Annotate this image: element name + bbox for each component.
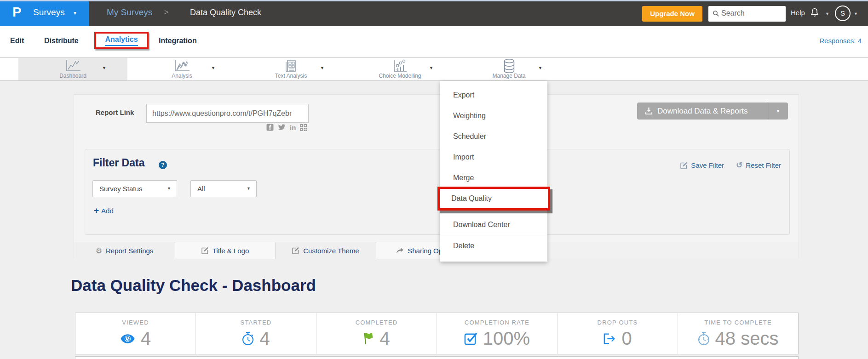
add-filter-button[interactable]: + Add [94, 205, 114, 216]
stat-drop-outs: DROP OUTS 0 [558, 313, 678, 354]
notifications-bell-icon[interactable] [810, 6, 820, 20]
toolbar-item-label: Manage Data [454, 73, 563, 79]
tab-edit[interactable]: Edit [10, 26, 24, 57]
filter-value-value: All [197, 185, 205, 193]
filter-data-title: Filter Data [93, 157, 144, 169]
customize-theme-label: Customize Theme [303, 247, 359, 255]
edit-icon [680, 162, 688, 169]
toolbar-item-text-analysis[interactable]: ▼ Text Analysis [236, 58, 345, 80]
menu-item-download-center[interactable]: Download Center [440, 214, 547, 235]
help-link[interactable]: Help [791, 9, 805, 17]
filter-field-value: Survey Status [99, 185, 142, 193]
drop-out-icon [603, 333, 616, 345]
search-box[interactable] [708, 6, 786, 22]
title-logo-button[interactable]: Title & Logo [175, 242, 276, 259]
top-accent-strip [0, 0, 868, 1]
report-settings-button[interactable]: ⚙ Report Settings [74, 242, 175, 259]
help-circle-icon[interactable]: ? [159, 161, 167, 169]
report-link-label: Report Link [96, 108, 134, 116]
toolbar-item-label: Choice Modelling [345, 73, 454, 79]
edit-icon [292, 247, 299, 254]
chevron-down-icon[interactable]: ▼ [73, 11, 77, 16]
chevron-down-icon[interactable]: ▼ [825, 11, 829, 16]
toolbar-item-manage-data[interactable]: ▼ Manage Data [454, 58, 563, 80]
stat-value: 0 [621, 328, 632, 349]
toolbar-item-label: Text Analysis [236, 73, 345, 79]
scatter-chart-icon [392, 59, 408, 73]
customize-theme-button[interactable]: Customize Theme [276, 242, 376, 259]
area-chart-icon [174, 59, 190, 72]
stopwatch-icon [242, 331, 254, 346]
logo-box[interactable]: P Surveys ▼ [0, 0, 89, 26]
chevron-down-icon[interactable]: ▼ [429, 66, 433, 70]
twitter-icon[interactable] [278, 124, 286, 131]
product-switcher[interactable]: Surveys [33, 7, 65, 17]
plus-icon: + [94, 205, 99, 216]
save-filter-label: Save Filter [691, 161, 724, 169]
stat-value: 4 [379, 328, 390, 349]
stat-completion-rate: COMPLETION RATE 100% [437, 313, 558, 354]
report-action-bar: ⚙ Report Settings Title & Logo Customize… [74, 242, 799, 259]
chevron-down-icon[interactable]: ▼ [538, 66, 542, 70]
report-link-input[interactable] [146, 104, 309, 123]
stat-label: VIEWED [75, 319, 195, 326]
stat-time-to-complete: TIME TO COMPLETE 48 secs [678, 313, 798, 354]
menu-item-delete[interactable]: Delete [440, 235, 547, 256]
download-button-label: Download Data & Reports [657, 103, 748, 120]
analytics-toolbar: ▼ Dashboard ▼ Analysis ▼ Text Analysis [0, 57, 868, 81]
survey-tab-bar: Edit Distribute Analytics Integration Re… [0, 26, 868, 57]
menu-item-weighting[interactable]: Weighting [440, 105, 547, 126]
facebook-icon[interactable] [266, 124, 274, 131]
next-panel-edge [75, 356, 799, 359]
toolbar-item-dashboard[interactable]: ▼ Dashboard [18, 58, 127, 80]
stat-label: COMPLETION RATE [437, 319, 557, 326]
search-input[interactable] [721, 6, 782, 20]
manage-data-menu: Export Weighting Scheduler Import Merge … [440, 81, 547, 262]
stat-label: STARTED [196, 319, 316, 326]
download-options-caret[interactable]: ▼ [768, 103, 788, 120]
toolbar-item-analysis[interactable]: ▼ Analysis [127, 58, 236, 80]
stat-value: 100% [483, 328, 530, 349]
menu-item-merge[interactable]: Merge [440, 167, 547, 188]
stat-completed: COMPLETED 4 [316, 313, 437, 354]
page-title: Data Quality Check - Dashboard [71, 276, 316, 295]
flag-icon [363, 332, 374, 345]
breadcrumb-my-surveys[interactable]: My Surveys [107, 7, 152, 17]
analytics-highlight-box: Analytics [94, 32, 149, 49]
timer-icon [698, 331, 710, 346]
report-panel: Report Link in Download Data & Reports [74, 94, 799, 258]
chevron-down-icon[interactable]: ▼ [211, 66, 215, 70]
filter-field-dropdown[interactable]: Survey Status ▼ [92, 180, 177, 197]
checkbox-icon [464, 332, 477, 345]
menu-item-scheduler[interactable]: Scheduler [440, 126, 547, 147]
add-label: Add [101, 207, 114, 215]
filter-value-dropdown[interactable]: All ▼ [190, 180, 257, 197]
tab-analytics[interactable]: Analytics [105, 35, 138, 46]
chevron-down-icon[interactable]: ▼ [320, 66, 324, 70]
menu-item-import[interactable]: Import [440, 147, 547, 167]
stats-row: VIEWED 4 STARTED 4 COMPLETED [75, 313, 799, 354]
reset-filter-button[interactable]: ↺ Reset Filter [736, 161, 781, 169]
avatar[interactable]: S [835, 6, 851, 21]
qr-code-icon[interactable] [300, 124, 307, 131]
stat-started: STARTED 4 [196, 313, 316, 354]
save-filter-button[interactable]: Save Filter [680, 161, 724, 169]
download-data-reports-button[interactable]: Download Data & Reports ▼ [637, 103, 788, 120]
upgrade-now-button[interactable]: Upgrade Now [642, 6, 702, 22]
share-icon [396, 247, 404, 254]
stat-value: 4 [141, 328, 151, 349]
linkedin-icon[interactable]: in [290, 124, 296, 131]
tab-integration[interactable]: Integration [159, 26, 197, 57]
edit-icon [201, 247, 209, 254]
menu-item-data-quality[interactable]: Data Quality [451, 189, 548, 208]
stat-viewed: VIEWED 4 [75, 313, 196, 354]
chevron-down-icon[interactable]: ▼ [854, 11, 858, 16]
toolbar-item-choice-modelling[interactable]: ▼ Choice Modelling [345, 58, 454, 80]
menu-item-export[interactable]: Export [440, 85, 547, 105]
stat-label: COMPLETED [316, 319, 437, 326]
chevron-down-icon[interactable]: ▼ [102, 66, 106, 70]
tab-distribute[interactable]: Distribute [44, 26, 79, 57]
responses-count: Responses: 4 [819, 26, 862, 57]
share-icons-row: in [266, 124, 307, 131]
line-chart-icon [65, 59, 81, 72]
